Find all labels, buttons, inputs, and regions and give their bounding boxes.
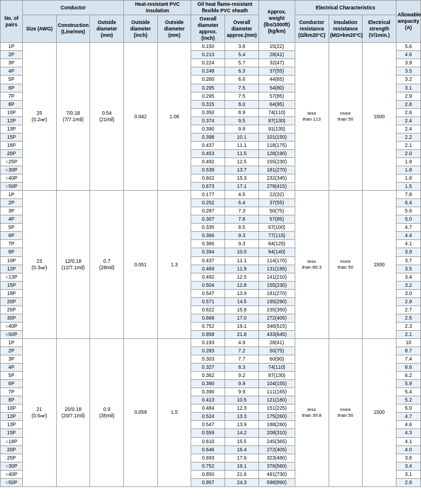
cell-overall-mm: 11.1 (225, 256, 259, 265)
cell-overall-mm: 3.8 (225, 43, 259, 51)
cell-overall-inch: 0.524 (191, 413, 225, 421)
cell-overall-mm: 14.2 (225, 429, 259, 437)
cell-weight: 141(210) (258, 273, 295, 281)
cell-weight: 91(135) (258, 125, 295, 133)
cell-outside-dia: 0.9(35mil) (90, 338, 124, 486)
cell-overall-mm: 13.7 (225, 166, 259, 174)
cell-ampacity: 2.4 (396, 116, 421, 125)
cell-overall-inch: 0.295 (191, 92, 225, 100)
cell-overall-mm: 17.1 (225, 183, 259, 191)
cell-electrical-strength: 1500 (363, 43, 396, 191)
cell-pairs: 7P (1, 92, 23, 100)
cell-overall-mm: 9.5 (225, 116, 259, 125)
col-group-sheath: Oil heat flame-resistant flexible PVC sh… (191, 1, 258, 15)
cell-weight: 28(41) (258, 338, 295, 347)
cell-overall-inch: 0.858 (191, 330, 225, 338)
cell-electrical-strength: 1500 (363, 338, 396, 486)
cell-overall-inch: 0.283 (191, 347, 225, 355)
cell-overall-mm: 11.1 (225, 141, 259, 149)
cell-ins-outside-mm: 1.5 (157, 338, 191, 486)
cell-insulation-resistance: morethan 50 (329, 338, 363, 486)
cell-overall-inch: 0.366 (191, 232, 225, 240)
cell-overall-mm: 21.8 (225, 330, 259, 338)
cell-ampacity: 3.6 (396, 454, 421, 462)
cell-overall-mm: 15.3 (225, 174, 259, 183)
cell-overall-mm: 4.5 (225, 191, 259, 199)
cell-ampacity: 6.2 (396, 372, 421, 380)
cell-ampacity: 1.6 (396, 174, 421, 183)
cell-overall-mm: 12.5 (225, 273, 259, 281)
cell-insulation-resistance: morethan 50 (329, 43, 363, 191)
cell-ampacity: 2.5 (396, 314, 421, 322)
cell-ampacity: 3.2 (396, 76, 421, 84)
cell-weight: 118(175) (258, 141, 295, 149)
cell-weight: 101(150) (258, 133, 295, 141)
cell-overall-inch: 0.693 (191, 454, 225, 462)
cell-weight: 181(270) (258, 166, 295, 174)
cell-ins-outside-mm: 1.3 (157, 191, 191, 339)
cell-pairs: 8P (1, 248, 23, 256)
cell-electrical-strength: 1500 (363, 191, 396, 339)
col-overall-mm: Overall diameter approx.(mm) (225, 15, 259, 43)
cell-weight: 15(22) (258, 43, 295, 51)
cell-weight: 94(140) (258, 248, 295, 256)
col-weight: Approx. weight (lbs/1000ft) (kg/km) (258, 1, 295, 43)
cell-ampacity: 6.4 (396, 199, 421, 207)
cell-weight: 128(190) (258, 149, 295, 157)
cell-conductor-resistance: lessthan 39.8 (295, 338, 329, 486)
cell-weight: 32(47) (258, 59, 295, 67)
cell-pairs: 1P (1, 191, 23, 199)
cell-weight: 50(75) (258, 207, 295, 215)
cell-weight: 64(95) (258, 100, 295, 108)
cell-overall-inch: 0.177 (191, 191, 225, 199)
cell-overall-mm: 14.5 (225, 297, 259, 306)
cell-pairs: 30P (1, 314, 23, 322)
cell-ampacity: 3.5 (396, 67, 421, 76)
cell-pairs: 3P (1, 59, 23, 67)
table-row: 1P21(0.5㎟)20/0.18(20/7.1mil)0.9(35mil)0.… (1, 338, 421, 347)
cell-weight: 22(32) (258, 191, 295, 199)
cell-pairs: 18P (1, 141, 23, 149)
cell-overall-inch: 0.394 (191, 248, 225, 256)
cell-overall-mm: 7.2 (225, 347, 259, 355)
cell-weight: 57(85) (258, 215, 295, 224)
sub-header-row: Size (AWG) Construction (Line/mm) Outsid… (1, 15, 421, 43)
cell-weight: 74(110) (258, 108, 295, 116)
cell-ampacity: 4.1 (396, 437, 421, 445)
cell-overall-mm: 8.5 (225, 224, 259, 232)
cell-weight: 376(560) (258, 462, 295, 470)
cell-weight: 323(480) (258, 454, 295, 462)
cell-insulation-resistance: morethan 50 (329, 191, 363, 339)
col-size: Size (AWG) (23, 15, 57, 43)
col-elec-strength: Electrical strength (V/1min.) (363, 15, 396, 43)
specifications-table: No. of pairs Conductor Heat-resistant PV… (0, 0, 421, 487)
cell-conductor-size: 25(0.2㎟) (23, 43, 57, 191)
cell-overall-mm: 9.9 (225, 388, 259, 396)
cell-ampacity: 4.6 (396, 421, 421, 429)
cell-ampacity: 2.2 (396, 133, 421, 141)
cell-pairs: ○40P (1, 174, 23, 183)
cell-overall-inch: 0.437 (191, 256, 225, 265)
cell-overall-inch: 0.484 (191, 404, 225, 413)
cell-ampacity: 4.7 (396, 224, 421, 232)
cell-pairs: 13P (1, 125, 23, 133)
cell-ampacity: 5.2 (396, 396, 421, 404)
cell-conductor-size: 21(0.5㎟) (23, 338, 57, 486)
cell-ampacity: 2.9 (396, 92, 421, 100)
cell-pairs: 25P (1, 454, 23, 462)
col-cond-resistance: Conductor resistance (Ω/km20°C) (295, 15, 329, 43)
col-ins-resistance: Insulation resistance (MΩ×km20°C) (329, 15, 363, 43)
cell-overall-mm: 10.0 (225, 248, 259, 256)
cell-ampacity: 2.3 (396, 322, 421, 330)
cell-ampacity: 3.4 (396, 273, 421, 281)
cell-conductor-resistance: lessthan 113 (295, 43, 329, 191)
cell-pairs: 25P (1, 306, 23, 314)
cell-overall-mm: 13.3 (225, 413, 259, 421)
cell-overall-mm: 5.4 (225, 51, 259, 59)
cell-weight: 195(290) (258, 297, 295, 306)
cell-overall-mm: 7.7 (225, 355, 259, 364)
cell-overall-inch: 0.673 (191, 183, 225, 191)
cell-ampacity: 2.8 (396, 100, 421, 108)
cell-pairs: ○13P (1, 273, 23, 281)
cell-overall-mm: 12.5 (225, 157, 259, 166)
